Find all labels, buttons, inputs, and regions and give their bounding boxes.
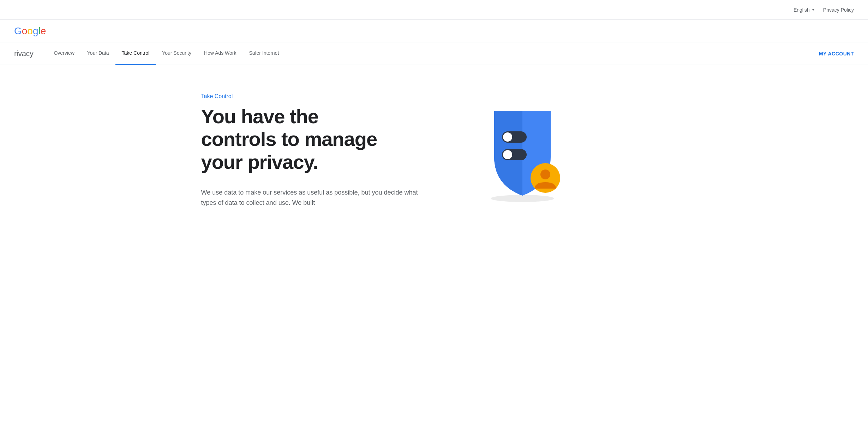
- google-logo[interactable]: Google: [14, 25, 46, 37]
- shield-svg: [477, 100, 575, 206]
- privacy-policy-link[interactable]: Privacy Policy: [823, 7, 854, 13]
- top-header: Google: [0, 20, 868, 42]
- language-label: English: [794, 7, 810, 13]
- hero-label: Take Control: [201, 93, 448, 100]
- toggle2-knob: [503, 150, 512, 159]
- logo-o2: o: [27, 25, 33, 37]
- toggle1-knob: [503, 132, 512, 142]
- hero-section: Take Control You have the controls to ma…: [187, 65, 681, 229]
- my-account-link[interactable]: MY ACCOUNT: [819, 51, 854, 57]
- nav-how-ads-work[interactable]: How Ads Work: [198, 42, 243, 65]
- nav-take-control[interactable]: Take Control: [115, 42, 156, 65]
- chevron-down-icon: [812, 9, 815, 11]
- hero-heading-line1: You have the: [201, 105, 318, 127]
- shield-graphic: [477, 100, 575, 199]
- hero-illustration: [469, 93, 582, 199]
- nav-overview[interactable]: Overview: [47, 42, 80, 65]
- hero-heading-line2: controls to manage: [201, 128, 377, 150]
- hero-heading-line3: your privacy.: [201, 151, 318, 173]
- nav-links: Overview Your Data Take Control Your Sec…: [47, 42, 819, 65]
- nav-your-security[interactable]: Your Security: [156, 42, 198, 65]
- top-bar: English Privacy Policy: [0, 0, 868, 20]
- shield-shadow: [491, 195, 554, 202]
- hero-content: Take Control You have the controls to ma…: [201, 93, 448, 208]
- avatar-head: [540, 170, 550, 179]
- language-selector[interactable]: English: [794, 7, 815, 13]
- site-title: rivacy: [14, 49, 33, 58]
- nav-bar: rivacy Overview Your Data Take Control Y…: [0, 42, 868, 65]
- logo-o1: o: [22, 25, 28, 37]
- logo-e: e: [41, 25, 46, 37]
- hero-body: We use data to make our services as usef…: [201, 188, 420, 208]
- logo-g2: g: [33, 25, 38, 37]
- logo-g: G: [14, 25, 22, 37]
- nav-safer-internet[interactable]: Safer Internet: [243, 42, 285, 65]
- hero-heading: You have the controls to manage your pri…: [201, 105, 448, 173]
- nav-your-data[interactable]: Your Data: [81, 42, 115, 65]
